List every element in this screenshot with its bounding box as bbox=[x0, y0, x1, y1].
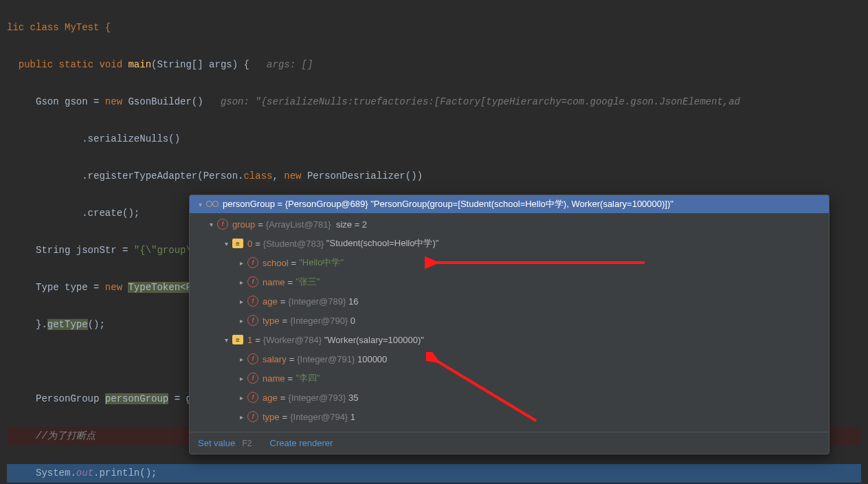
code-token: lic class MyTest { bbox=[7, 22, 111, 33]
tree-node-name-1[interactable]: ▸ f name = "李四" bbox=[190, 368, 829, 388]
tree-node-type-1[interactable]: ▸ f type = {Integer@794} 1 bbox=[190, 407, 829, 426]
tree-node-element-0[interactable]: ▾ ≡ 0 = {Student@783} "Student(school=He… bbox=[190, 234, 829, 253]
field-icon: f bbox=[247, 315, 258, 326]
chevron-right-icon[interactable]: ▸ bbox=[235, 278, 247, 286]
shortcut-label bbox=[238, 439, 243, 448]
chevron-right-icon[interactable]: ▸ bbox=[235, 355, 247, 363]
field-icon: f bbox=[247, 373, 258, 384]
tree-node-name[interactable]: ▸ f name = "张三" bbox=[190, 272, 829, 292]
element-icon: ≡ bbox=[232, 239, 243, 248]
tree-node-element-1[interactable]: ▾ ≡ 1 = {Worker@784} "Worker(salary=1000… bbox=[190, 330, 829, 349]
chevron-right-icon[interactable]: ▸ bbox=[235, 259, 247, 267]
tree-node-group[interactable]: ▾ f group = {ArrayList@781} size = 2 bbox=[190, 214, 829, 234]
chevron-right-icon[interactable]: ▸ bbox=[235, 317, 247, 324]
field-icon: f bbox=[247, 276, 258, 287]
create-renderer-link[interactable]: Create renderer bbox=[270, 438, 333, 448]
code-token: .serializeNulls() bbox=[82, 133, 180, 144]
chevron-down-icon[interactable]: ▾ bbox=[205, 221, 217, 228]
debug-tree: ▾ f group = {ArrayList@781} size = 2 ▾ ≡… bbox=[190, 213, 829, 432]
code-comment: //为了打断点 bbox=[36, 430, 96, 441]
chevron-right-icon[interactable]: ▸ bbox=[235, 375, 247, 382]
debug-root-label: personGroup = {PersonGroup@689} "PersonG… bbox=[223, 198, 674, 210]
element-icon: ≡ bbox=[232, 335, 243, 344]
field-icon: f bbox=[247, 392, 258, 403]
field-icon: f bbox=[217, 219, 228, 230]
chevron-right-icon[interactable]: ▸ bbox=[235, 394, 247, 402]
tree-node-age-1[interactable]: ▸ f age = {Integer@793} 35 bbox=[190, 388, 829, 407]
chevron-down-icon[interactable]: ▾ bbox=[220, 240, 232, 248]
field-icon: f bbox=[247, 353, 258, 364]
field-icon: f bbox=[247, 257, 258, 268]
chevron-right-icon[interactable]: ▸ bbox=[235, 413, 247, 421]
set-value-link[interactable]: Set value bbox=[198, 438, 235, 448]
debug-variables-popup: ▾ personGroup = {PersonGroup@689} "Perso… bbox=[189, 195, 830, 454]
current-exec-line: System.out.println(); bbox=[7, 464, 861, 483]
tree-node-salary[interactable]: ▸ f salary = {Integer@791} 100000 bbox=[190, 349, 829, 368]
inline-hint: args: [] bbox=[267, 59, 313, 70]
chevron-right-icon[interactable]: ▸ bbox=[235, 298, 247, 305]
tree-node-age[interactable]: ▸ f age = {Integer@789} 16 bbox=[190, 292, 829, 311]
chevron-down-icon[interactable]: ▾ bbox=[194, 201, 206, 208]
chevron-down-icon[interactable]: ▾ bbox=[220, 336, 232, 344]
field-icon: f bbox=[247, 296, 258, 307]
tree-node-type[interactable]: ▸ f type = {Integer@790} 0 bbox=[190, 311, 829, 330]
tree-node-school[interactable]: ▸ f school = "Hello中学" bbox=[190, 253, 829, 272]
field-icon: f bbox=[247, 411, 258, 422]
watch-icon bbox=[206, 201, 219, 208]
debug-footer: Set value F2 Create renderer bbox=[190, 432, 829, 454]
inline-hint: gson: "{serializeNulls:truefactories:[Fa… bbox=[221, 96, 740, 107]
debug-root-row[interactable]: ▾ personGroup = {PersonGroup@689} "Perso… bbox=[190, 195, 829, 213]
